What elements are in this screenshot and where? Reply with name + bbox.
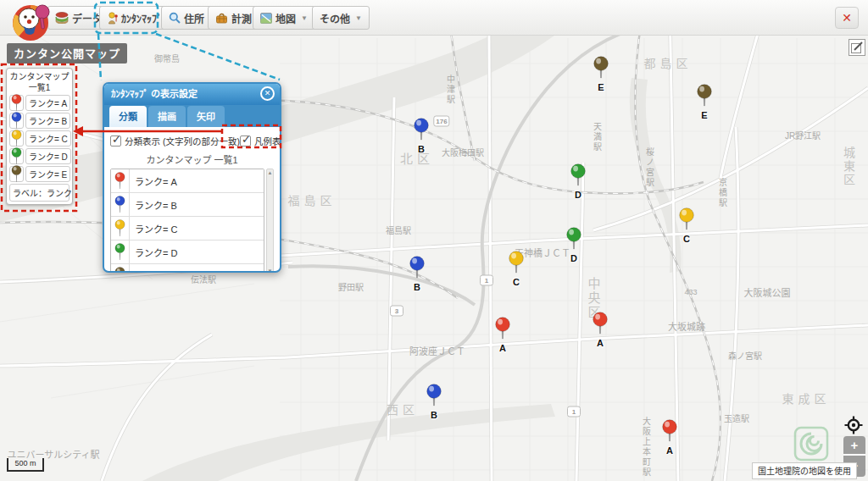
map-place-label: 御幣島 [154, 52, 180, 64]
pin-letter-label: B [413, 144, 430, 154]
map-pin-icon [593, 56, 609, 79]
toolbar-button-map[interactable]: 地図▼ [253, 6, 315, 30]
map-pin-C[interactable]: C [508, 251, 525, 287]
app-window: 御幣島中津駅北区大阪梅田駅天満駅都島区JR野江駅城東区桜ノ宮駅京橋駅福島区福島駅… [0, 0, 868, 481]
legend-item-label: ランク= A [25, 95, 70, 111]
rank-pin-icon [114, 196, 125, 213]
rank-row-label: ランク= E [130, 269, 177, 274]
map-pin-A[interactable]: A [494, 317, 511, 353]
route-shield: 1 [567, 406, 581, 417]
map-place-label: 森ノ宮駅 [728, 349, 762, 362]
rank-list-row-C[interactable]: ランク= C [111, 217, 264, 240]
toolbar-button-label: 地図 [275, 11, 296, 25]
zoom-in-button[interactable]: + [843, 436, 865, 456]
map-pin-B[interactable]: B [413, 118, 430, 154]
rank-pin-icon [11, 94, 22, 112]
legend-pin-cell [9, 95, 24, 111]
rank-list-row-B[interactable]: ランク= B [111, 193, 264, 217]
toolbar-button-label: データ [72, 11, 103, 25]
map-pin-icon [413, 118, 430, 141]
legend-item-E: ランク= E [9, 166, 70, 182]
map-pin-icon [565, 227, 582, 250]
layers-icon [55, 12, 69, 24]
pin-letter-label: D [570, 190, 587, 200]
map-pin-C[interactable]: C [678, 207, 695, 244]
legend-footer: ラベル：ランク [9, 184, 70, 202]
map-place-label: 福島駅 [386, 224, 411, 236]
map-place-label: 野田駅 [338, 280, 364, 293]
map-pin-E[interactable]: E [696, 84, 713, 120]
scroll-down-icon[interactable]: ▼ [268, 268, 273, 273]
map-pin-D[interactable]: D [565, 227, 582, 263]
scroll-up-icon[interactable]: ▲ [268, 169, 273, 176]
checkbox-checked-icon[interactable]: ✓ [110, 135, 121, 147]
legend-item-label: ランク= B [25, 113, 70, 129]
toolbar-button-label: 住所 [184, 11, 204, 25]
map-pin-icon [570, 163, 587, 186]
map-pin-icon [592, 312, 609, 334]
scale-bar: 500 m [7, 458, 44, 472]
map-place-label: 桜ノ宮駅 [643, 147, 656, 188]
map-place-label: 阿波座ＪＣＴ [409, 344, 465, 357]
map-pin-B[interactable]: B [426, 384, 442, 420]
pin-letter-label: A [661, 445, 678, 456]
classification-checkbox-label: 分類表示 (文字列の部分一致) [125, 135, 240, 147]
map-place-label: 城東区 [840, 147, 857, 187]
legend-item-B: ランク= B [9, 113, 70, 129]
rank-list-row-D[interactable]: ランク= D [111, 240, 264, 264]
map-pin-A[interactable]: A [592, 312, 609, 348]
map-pin-icon [696, 84, 713, 107]
chevron-down-icon: ▼ [301, 14, 308, 22]
dialog-body: ✓ 分類表示 (文字列の部分一致) ✓ 凡例表示 カンタンマップ 一覧1 ランク… [104, 127, 280, 273]
map-pin-E[interactable]: E [593, 56, 609, 92]
map-pin-icon [494, 317, 511, 340]
toolbar-button-address[interactable]: 住所 [161, 6, 212, 30]
edit-map-icon[interactable] [849, 39, 865, 56]
rank-pin-icon [11, 130, 22, 147]
map-place-label: 433 [684, 288, 697, 296]
legend-title: カンタンマップ 一覧1 [9, 72, 70, 93]
checkbox-checked-icon[interactable]: ✓ [240, 135, 251, 147]
rank-pin-cell [111, 240, 130, 263]
rank-pin-icon [114, 172, 125, 190]
tab-分類[interactable]: 分類 [109, 106, 147, 127]
close-app-button[interactable]: ✕ [835, 7, 859, 29]
toolbar: データ ｶﾝﾀﾝﾏｯﾌﾟ 住所 計測 地図▼その他▼ ✕ [0, 0, 868, 36]
legend-display-checkbox[interactable]: ✓ 凡例表示 [240, 135, 281, 147]
pin-letter-label: B [409, 282, 426, 292]
rank-row-label: ランク= C [130, 222, 177, 235]
map-place-label: 中津駅 [444, 75, 457, 105]
pin-letter-label: C [508, 277, 525, 287]
list-scrollbar[interactable]: ▲ ▼ [266, 169, 274, 273]
classification-checkbox[interactable]: ✓ 分類表示 (文字列の部分一致) [110, 135, 240, 147]
legend-display-checkbox-label: 凡例表示 [254, 135, 281, 147]
rank-pin-cell [111, 169, 130, 192]
map-pin-D[interactable]: D [570, 163, 587, 200]
pin-letter-label: B [426, 410, 442, 420]
toolbar-button-others[interactable]: その他▼ [312, 6, 370, 30]
rank-pin-icon [11, 147, 22, 165]
map-place-label: 大阪梅田駅 [442, 146, 484, 158]
rank-row-label: ランク= A [130, 174, 177, 188]
map-pin-B[interactable]: B [409, 256, 426, 292]
rank-list-row-A[interactable]: ランク= A [111, 169, 264, 193]
rank-pin-cell [111, 217, 130, 240]
dialog-header[interactable]: ｶﾝﾀﾝﾏｯﾌﾟ の表示設定 ✕ [104, 84, 280, 105]
tab-描画[interactable]: 描画 [148, 106, 186, 127]
rank-pin-icon [114, 243, 125, 261]
locate-crosshair-icon[interactable] [844, 416, 863, 438]
map-place-label: 伝法駅 [191, 273, 216, 285]
toolbar-button-kantan-map[interactable]: ｶﾝﾀﾝﾏｯﾌﾟ [99, 6, 170, 30]
map-pin-A[interactable]: A [661, 419, 678, 456]
legend-item-label: ランク= C [25, 130, 71, 147]
tab-矢印[interactable]: 矢印 [187, 106, 225, 127]
rank-pin-icon [114, 267, 125, 273]
map-place-label: 京橋駅 [716, 178, 729, 208]
legend-pin-cell [9, 166, 24, 182]
dialog-title: ｶﾝﾀﾝﾏｯﾌﾟ の表示設定 [111, 89, 198, 99]
dialog-close-button[interactable]: ✕ [260, 86, 275, 101]
map-place-label: 都島区 [644, 54, 693, 71]
rank-list-row-E[interactable]: ランク= E [111, 264, 264, 273]
map-pin-icon [508, 251, 525, 274]
toolbar-button-measure[interactable]: 計測 [208, 6, 259, 30]
